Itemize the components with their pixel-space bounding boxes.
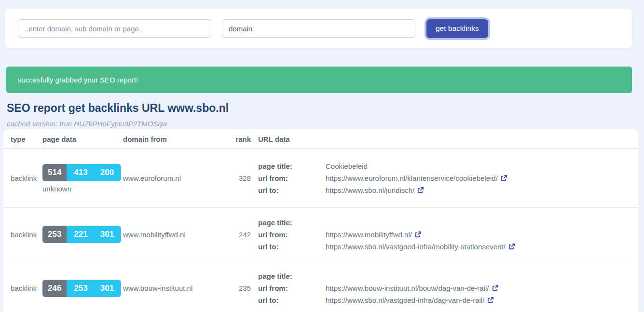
backlink-type: backlink — [11, 284, 42, 292]
table-row: backlink 253 221 301 www.mobilityffwd.nl… — [3, 208, 638, 261]
url-to-label: url to: — [258, 185, 326, 195]
page-metrics-badge: 514 413 200 — [42, 164, 121, 181]
get-backlinks-button[interactable]: get backlinks — [426, 19, 488, 38]
url-to-link[interactable]: https://www.sbo.nl/vastgoed-infra/mobili… — [326, 242, 515, 252]
table-row: backlink 246 253 301 www.bouw-instituut.… — [3, 261, 638, 312]
metric-value: 301 — [100, 284, 114, 293]
external-link-icon[interactable] — [492, 285, 499, 292]
metric-badge-cyan: 253 301 — [67, 280, 121, 297]
search-card: get backlinks — [5, 9, 632, 48]
external-link-icon[interactable] — [487, 297, 494, 304]
metric-value: 413 — [74, 168, 87, 177]
rank-value: 242 — [204, 231, 251, 239]
page-data-cell: 246 253 301 — [42, 280, 123, 297]
external-link-icon[interactable] — [508, 243, 515, 250]
backlink-type: backlink — [11, 174, 42, 182]
column-header-rank: rank — [204, 135, 251, 143]
metric-value: 253 — [74, 284, 87, 293]
page-title-label: page title: — [258, 161, 326, 171]
backlink-type: backlink — [11, 231, 42, 239]
report-type-input[interactable] — [222, 19, 415, 38]
success-alert: succesfully grabbed your SEO report! — [6, 67, 632, 93]
column-header-url-data: URL data — [251, 135, 638, 143]
page-title-label: page title: — [258, 271, 326, 281]
success-alert-message: succesfully grabbed your SEO report! — [18, 76, 138, 84]
page-metrics-badge: 253 221 301 — [42, 226, 121, 243]
external-link-icon[interactable] — [414, 231, 422, 238]
column-header-page-data: page data — [42, 135, 123, 143]
domain-from: www.mobilityffwd.nl — [123, 231, 204, 239]
metric-badge-gray: 246 — [42, 280, 67, 297]
page-data-note: unknown — [42, 185, 123, 193]
domain-from: www.bouw-instituut.nl — [123, 284, 204, 292]
url-from-link[interactable]: https://www.mobilityffwd.nl/ — [326, 230, 422, 240]
metric-value: 200 — [100, 168, 114, 177]
page-metrics-badge: 246 253 301 — [42, 280, 121, 297]
url-from-label: url from: — [258, 230, 326, 240]
external-link-icon[interactable] — [417, 187, 424, 194]
external-link-icon[interactable] — [500, 175, 507, 182]
page-title-value: Cookiebeleid — [326, 161, 368, 171]
metric-value: 301 — [100, 230, 114, 239]
url-data-cell: page title: Cookiebeleid url from: https… — [251, 159, 638, 197]
cached-version-note: cached version: true HUZkPHoFypiu9P2TMOS… — [7, 120, 644, 128]
url-from-link[interactable]: https://www.euroforum.nl/klantenservice/… — [326, 173, 507, 183]
metric-badge-cyan: 221 301 — [67, 226, 121, 243]
table-header-row: type page data domain from rank URL data — [3, 129, 638, 149]
url-to-label: url to: — [258, 242, 326, 252]
url-from-link[interactable]: https://www.bouw-instituut.nl/bouw/dag-v… — [326, 283, 499, 293]
page-data-cell: 514 413 200 unknown — [42, 164, 123, 193]
url-to-link[interactable]: https://www.sbo.nl/juridisch/ — [326, 185, 424, 195]
rank-value: 328 — [204, 174, 251, 182]
table-row: backlink 514 413 200 unknown www.eurofor… — [3, 149, 638, 208]
rank-value: 235 — [204, 284, 251, 292]
column-header-domain-from: domain from — [123, 135, 204, 143]
metric-value: 221 — [74, 230, 87, 239]
url-from-label: url from: — [258, 283, 326, 293]
url-data-cell: page title: url from: https://www.bouw-i… — [251, 269, 638, 307]
domain-query-input[interactable] — [18, 19, 211, 38]
url-data-cell: page title: url from: https://www.mobili… — [251, 216, 638, 254]
metric-badge-gray: 253 — [42, 226, 67, 243]
page-data-cell: 253 221 301 — [42, 226, 123, 243]
column-header-type: type — [11, 135, 42, 143]
page-title: SEO report get backlinks URL www.sbo.nl — [7, 101, 644, 115]
backlinks-table: type page data domain from rank URL data… — [3, 129, 638, 312]
url-to-label: url to: — [258, 295, 326, 305]
metric-badge-gray: 514 — [42, 164, 67, 181]
page-title-label: page title: — [258, 217, 326, 228]
url-from-label: url from: — [258, 173, 326, 183]
domain-from: www.euroforum.nl — [123, 174, 204, 182]
metric-badge-cyan: 413 200 — [67, 164, 121, 181]
url-to-link[interactable]: https://www.sbo.nl/vastgoed-infra/dag-va… — [326, 295, 494, 305]
